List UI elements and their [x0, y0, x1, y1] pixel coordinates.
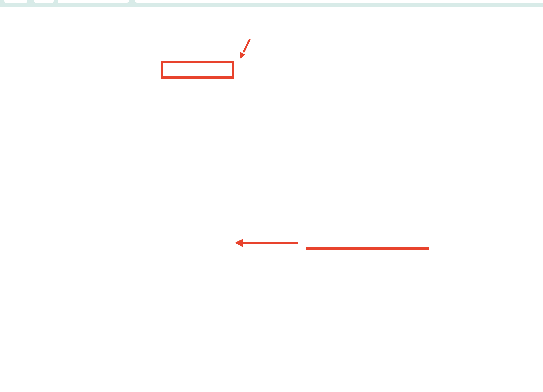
input-highlight-box: [161, 61, 234, 79]
tab-stub-1[interactable]: [4, 0, 27, 3]
browser-tab-strip: [0, 0, 543, 7]
tab-stub-2[interactable]: [34, 0, 54, 3]
deduction-arrowhead: [235, 239, 243, 247]
tab-stub-3[interactable]: [58, 0, 129, 3]
annotation-overlay: [0, 0, 543, 392]
matched-row-underline: [306, 247, 429, 250]
input-hint-arrow: [243, 39, 250, 52]
input-hint-arrowhead: [240, 52, 245, 59]
tab-stub-4[interactable]: [135, 0, 543, 3]
spreadsheet-app: [0, 0, 543, 392]
deduction-arrow-shaft: [243, 242, 298, 244]
